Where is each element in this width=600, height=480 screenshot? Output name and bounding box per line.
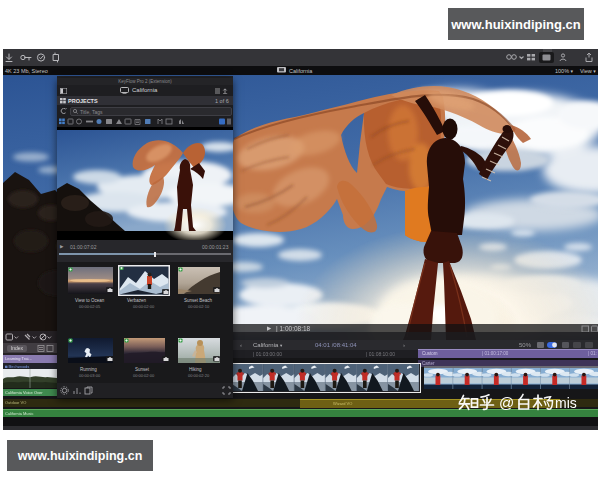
svg-text:50%: 50% <box>519 342 532 348</box>
svg-text:@: @ <box>499 394 514 411</box>
svg-text:mis: mis <box>555 395 577 411</box>
